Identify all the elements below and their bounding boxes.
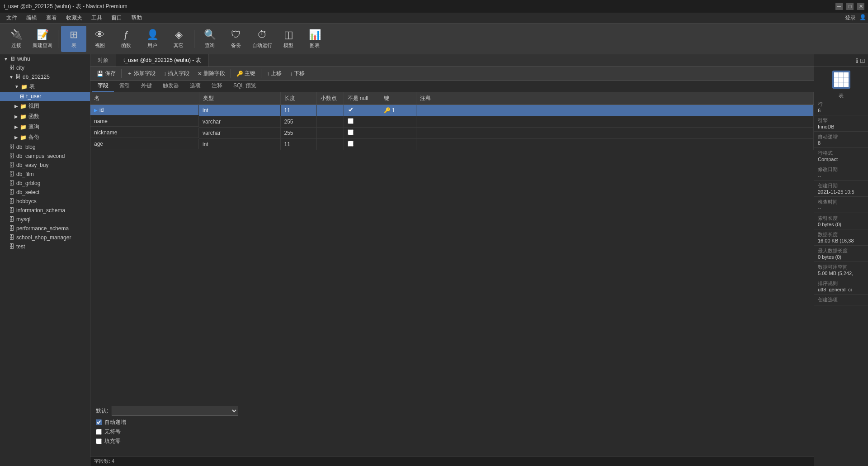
sidebar-item-db-campus[interactable]: 🗄 db_campus_second (0, 152, 90, 161)
sidebar-item-table-folder[interactable]: ▼ 📁 表 (0, 81, 90, 92)
delete-field-label: 删除字段 (203, 70, 225, 77)
toolbar-table[interactable]: ⊞ 表 (61, 26, 86, 52)
menu-tools[interactable]: 工具 (87, 13, 107, 23)
sidebar-item-information-schema[interactable]: 🗄 information_schema (0, 206, 90, 215)
move-up-button[interactable]: ↑ 上移 (263, 69, 285, 78)
add-field-button[interactable]: ＋ 添加字段 (123, 69, 159, 78)
table-row[interactable]: nicknamevarchar255 (90, 128, 814, 139)
sidebar-item-db-blog[interactable]: 🗄 db_blog (0, 143, 90, 152)
right-panel-expand-icon[interactable]: ⊡ (860, 57, 865, 64)
col-header-name: 名 (90, 92, 199, 105)
field-comment (416, 116, 814, 128)
field-key (380, 116, 416, 128)
col-header-comment: 注释 (416, 92, 814, 105)
subtab-indexes[interactable]: 索引 (114, 81, 136, 92)
field-not-null[interactable] (344, 116, 380, 128)
table-row[interactable]: namevarchar255 (90, 116, 814, 128)
unsigned-checkbox[interactable] (96, 429, 102, 435)
sidebar-item-db202125[interactable]: ▼ 🗄 db_202125 (0, 72, 90, 81)
minimize-button[interactable]: ─ (835, 3, 843, 10)
login-label[interactable]: 登录 (845, 14, 856, 22)
subtab-foreign-keys[interactable]: 外键 (136, 81, 157, 92)
window-controls[interactable]: ─ □ ✕ (835, 3, 864, 10)
toolbar-auto-run[interactable]: ⏱ 自动运行 (250, 26, 275, 52)
sidebar-item-db-select[interactable]: 🗄 db_select (0, 188, 90, 197)
expand-icon: ▼ (4, 57, 8, 62)
delete-field-button[interactable]: ✕ 删除字段 (194, 69, 229, 78)
subtab-comment[interactable]: 注释 (206, 81, 228, 92)
sidebar-item-db-film[interactable]: 🗄 db_film (0, 170, 90, 179)
subtab-options[interactable]: 选项 (184, 81, 206, 92)
subtab-fields[interactable]: 字段 (92, 81, 114, 92)
sidebar-item-city[interactable]: 🗄 city (0, 63, 90, 72)
sidebar-item-db-easy-buy[interactable]: 🗄 db_easy_buy (0, 161, 90, 170)
sidebar-item-db-grblog[interactable]: 🗄 db_grblog (0, 179, 90, 188)
sidebar-item-query-folder[interactable]: ▶ 📁 查询 (0, 122, 90, 132)
sidebar-label-hobbycs: hobbycs (16, 198, 37, 204)
user-icon: 👤 (859, 14, 866, 22)
tab-object[interactable]: 对象 (90, 54, 116, 67)
info-val: 6 (818, 108, 864, 113)
sidebar-item-mysql[interactable]: 🗄 mysql (0, 215, 90, 224)
sidebar-item-hobbycs[interactable]: 🗄 hobbycs (0, 197, 90, 206)
function-label: 函数 (121, 42, 131, 49)
field-not-null[interactable] (344, 139, 380, 150)
maximize-button[interactable]: □ (846, 3, 854, 10)
view-label: 视图 (95, 42, 105, 49)
toolbar-query[interactable]: 🔍 查询 (197, 26, 222, 52)
zerofill-checkbox[interactable] (96, 438, 102, 444)
close-button[interactable]: ✕ (857, 3, 864, 10)
field-not-null[interactable] (344, 128, 380, 139)
primary-key-button[interactable]: 🔑 主键 (233, 69, 259, 78)
sidebar-item-test[interactable]: 🗄 test (0, 242, 90, 251)
field-key (380, 139, 416, 150)
toolbar-model[interactable]: ◫ 模型 (276, 26, 301, 52)
field-not-null[interactable] (344, 105, 380, 116)
sidebar-label-db-blog: db_blog (16, 144, 36, 150)
sidebar-label-test: test (16, 243, 25, 250)
menu-file[interactable]: 文件 (2, 13, 22, 23)
toolbar-chart[interactable]: 📊 图表 (302, 26, 327, 52)
menu-edit[interactable]: 编辑 (22, 13, 42, 23)
field-decimal (316, 105, 344, 116)
sidebar-label-info-schema: information_schema (16, 207, 65, 214)
table-row[interactable]: ageint11 (90, 139, 814, 150)
insert-field-button[interactable]: ↕ 插入字段 (160, 69, 193, 78)
sidebar-item-tuser[interactable]: ⊞ t_user (0, 92, 90, 101)
move-down-button[interactable]: ↓ 下移 (286, 69, 308, 78)
field-key: 🔑 1 (380, 105, 416, 116)
subtab-triggers[interactable]: 触发器 (157, 81, 184, 92)
sidebar-label-db-grblog: db_grblog (16, 180, 40, 186)
info-key: 数据长度 (818, 231, 864, 238)
toolbar-backup[interactable]: 🛡 备份 (223, 26, 249, 52)
tab-active-table[interactable]: t_user @db_202125 (wuhu) - 表 (116, 54, 209, 67)
toolbar-connect[interactable]: 🔌 连接 (4, 26, 29, 52)
save-button[interactable]: 💾 保存 (93, 69, 119, 78)
subtab-sql-preview[interactable]: SQL 预览 (228, 81, 262, 92)
sidebar-item-view-folder[interactable]: ▶ 📁 视图 (0, 101, 90, 111)
auto-increment-checkbox[interactable] (96, 419, 102, 425)
sidebar-item-performance-schema[interactable]: 🗄 performance_schema (0, 224, 90, 233)
table-row[interactable]: ▶idint11🔑 1 (90, 105, 814, 116)
default-select[interactable] (112, 406, 238, 416)
sidebar-item-wuhu[interactable]: ▼ 🖥 wuhu (0, 54, 90, 63)
toolbar-user[interactable]: 👤 用户 (140, 26, 165, 52)
toolbar-other[interactable]: ◈ 其它 (166, 26, 191, 52)
content-area: 对象 t_user @db_202125 (wuhu) - 表 💾 保存 ＋ 添… (90, 54, 814, 466)
info-val: 16.00 KB (16,38 (818, 238, 864, 243)
menu-window[interactable]: 窗口 (107, 13, 127, 23)
menu-help[interactable]: 帮助 (127, 13, 146, 23)
menu-view[interactable]: 查看 (42, 13, 61, 23)
toolbar-function[interactable]: ƒ 函数 (113, 26, 139, 52)
row-arrow-cell: nickname (90, 128, 199, 138)
menu-favorites[interactable]: 收藏夹 (61, 13, 87, 23)
default-label: 默认: (96, 407, 108, 415)
other-icon: ◈ (175, 29, 183, 41)
toolbar-new-query[interactable]: 📝 新建查询 (30, 26, 55, 52)
info-icon[interactable]: ℹ (856, 57, 858, 64)
toolbar-view[interactable]: 👁 视图 (87, 26, 113, 52)
sidebar-item-func-folder[interactable]: ▶ 📁 函数 (0, 111, 90, 122)
sidebar-item-school-shop[interactable]: 🗄 school_shop_manager (0, 233, 90, 242)
sidebar-item-backup-folder[interactable]: ▶ 📁 备份 (0, 132, 90, 143)
field-comment (416, 139, 814, 150)
